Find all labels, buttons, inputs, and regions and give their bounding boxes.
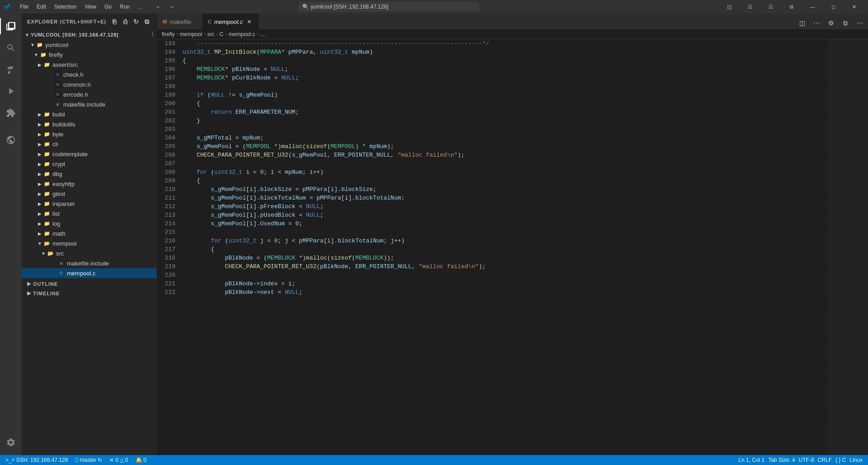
layout-icon-3[interactable]: ☷	[760, 0, 781, 14]
tree-item-easyhttp[interactable]: ▶ 📁 easyhttp	[22, 179, 157, 189]
breadcrumb-sep-4: ›	[225, 32, 227, 37]
breadcrumb-src[interactable]: src	[207, 31, 215, 37]
activity-extensions[interactable]	[0, 102, 22, 124]
tree-item-makefile-include-2[interactable]: ▶ ≡ makefile.include	[22, 258, 157, 268]
titlebar: File Edit Selection View Go Run ... ← → …	[0, 0, 868, 14]
tree-item-check-h[interactable]: ▶ C check.h	[22, 70, 157, 79]
tree-item-common-h[interactable]: ▶ C common.h	[22, 79, 157, 89]
activity-source-control[interactable]	[0, 59, 22, 80]
timeline-section[interactable]: ▶ TIMELINE	[22, 288, 157, 297]
collapse-button[interactable]: ⧉	[142, 17, 151, 26]
cli-arrow: ▶	[36, 140, 43, 148]
menu-selection[interactable]: Selection	[51, 3, 80, 11]
breadcrumb-mempool[interactable]: mempool	[180, 31, 202, 37]
activity-search[interactable]	[0, 37, 22, 59]
tab-mempool-c[interactable]: C mempool.c ✕	[202, 14, 259, 29]
menu-go[interactable]: Go	[101, 3, 115, 11]
menu-run[interactable]: Run	[116, 3, 133, 11]
split-editor-button[interactable]: ◫	[796, 17, 808, 29]
c-file-icon: C	[54, 91, 61, 98]
settings-button[interactable]: ⚙	[825, 17, 837, 29]
back-button[interactable]: ←	[153, 1, 164, 12]
outline-section[interactable]: ▶ OUTLINE	[22, 278, 157, 288]
assert-arrow: ▶	[36, 61, 43, 68]
status-line-ending[interactable]: CRLF	[816, 457, 834, 463]
list-arrow: ▶	[36, 210, 43, 217]
tree-item-firefly[interactable]: ▼ 📁 firefly	[22, 50, 157, 60]
status-position[interactable]: Ln 1, Col 1	[737, 457, 766, 463]
tab-size-label: Tab Size: 4	[768, 457, 795, 463]
navigation-buttons: ← →	[153, 1, 177, 12]
root-arrow: ▼	[23, 31, 31, 38]
tree-item-codetemplate[interactable]: ▶ 📁 codetemplate	[22, 149, 157, 159]
crypt-arrow: ▶	[36, 160, 43, 167]
status-ssh[interactable]: >_< SSH: 192.168.47.128	[4, 455, 70, 465]
breadcrumb-more[interactable]: ...	[260, 31, 265, 37]
overflow-button[interactable]: ⋯	[854, 17, 866, 29]
tree-item-makefile-include-1[interactable]: ▶ ≡ makefile.include	[22, 99, 157, 109]
forward-button[interactable]: →	[166, 1, 177, 12]
tree-item-yumlcool[interactable]: ▼ 📁 yumlcool	[22, 40, 157, 50]
breadcrumb-file[interactable]: mempool.c	[229, 31, 255, 37]
status-branch[interactable]: ⌷ master ↻	[73, 455, 104, 465]
menu-edit[interactable]: Edit	[33, 3, 50, 11]
tree-item-math[interactable]: ▶ 📁 math	[22, 228, 157, 238]
tree-item-crypt[interactable]: ▶ 📁 crypt	[22, 159, 157, 169]
tree-root[interactable]: ▼ YUMLCOOL [SSH: 192.168.47.128] !	[22, 30, 157, 40]
tree-item-log[interactable]: ▶ 📁 log	[22, 219, 157, 228]
tree-item-src[interactable]: ▼ 📂 src	[22, 248, 157, 258]
status-encoding[interactable]: UTF-8	[797, 457, 816, 463]
new-folder-button[interactable]: ⎙	[121, 17, 130, 26]
menu-file[interactable]: File	[16, 3, 32, 11]
tree-item-errcode-h[interactable]: ▶ C errcode.h	[22, 89, 157, 99]
dbg-arrow: ▶	[36, 170, 43, 177]
tree-item-build[interactable]: ▶ 📁 build	[22, 109, 157, 119]
menu-more[interactable]: ...	[134, 3, 146, 11]
status-scope[interactable]: { } C	[834, 457, 848, 463]
status-notifications[interactable]: 🔔 0	[134, 455, 149, 465]
tree-item-byte[interactable]: ▶ 📁 byte	[22, 129, 157, 139]
tree-item-dbg[interactable]: ▶ 📁 dbg	[22, 169, 157, 179]
tree-item-mempool-c[interactable]: ▶ C mempool.c	[22, 268, 157, 278]
breadcrumb: firefly › mempool › src › C › mempool.c …	[157, 29, 868, 39]
search-bar[interactable]: 🔍 yumlcool [SSH: 192.168.47.128]	[299, 2, 479, 12]
tree-item-list[interactable]: ▶ 📁 list	[22, 209, 157, 219]
menu-view[interactable]: View	[81, 3, 100, 11]
breadcrumb-firefly[interactable]: firefly	[162, 31, 175, 37]
breadcrumb-lang[interactable]: C	[220, 31, 224, 37]
activity-run-debug[interactable]	[0, 80, 22, 102]
minimize-button[interactable]: —	[802, 0, 823, 14]
activity-explorer[interactable]	[0, 15, 22, 37]
layout-icon-1[interactable]: ◫	[719, 0, 740, 14]
layout-icon-2[interactable]: ☷	[740, 0, 760, 14]
tree-item-cli[interactable]: ▶ 📁 cli	[22, 139, 157, 149]
editor-area: M makefile C mempool.c ✕ ◫ ⋯ ⚙ ⧉ ⋯ firef…	[157, 14, 868, 455]
tree-item-mempool[interactable]: ▼ 📂 mempool	[22, 238, 157, 248]
math-label: math	[52, 230, 157, 237]
tree-item-gtest[interactable]: ▶ 📁 gtest	[22, 189, 157, 199]
code-content[interactable]: ----------------------------------------…	[179, 39, 827, 455]
activity-settings[interactable]	[0, 432, 22, 453]
layout-icon-4[interactable]: ⧉	[781, 0, 802, 14]
folder-icon: 📁	[43, 230, 51, 237]
status-os[interactable]: Linux	[848, 457, 864, 463]
new-file-button[interactable]: ⎘	[110, 17, 119, 26]
encoding-label: UTF-8	[799, 457, 814, 463]
activity-remote-explorer[interactable]	[0, 129, 22, 151]
panel-layout-button[interactable]: ⧉	[839, 17, 852, 29]
build-arrow: ▶	[36, 111, 43, 118]
sidebar-header: Explorer (Ctrl+Shift+E) ⎘ ⎙ ↻ ⧉	[22, 14, 157, 30]
folder-icon: 📁	[43, 180, 51, 187]
close-button[interactable]: ✕	[844, 0, 864, 14]
close-tab-button[interactable]: ✕	[246, 18, 253, 25]
more-actions-button[interactable]: ⋯	[810, 17, 823, 29]
status-errors[interactable]: ✕ 0 △ 0	[108, 455, 130, 465]
tab-makefile[interactable]: M makefile	[157, 14, 202, 29]
refresh-button[interactable]: ↻	[131, 17, 141, 26]
restore-button[interactable]: ◻	[823, 0, 844, 14]
status-tab-size[interactable]: Tab Size: 4	[766, 457, 797, 463]
tree-item-iniparser[interactable]: ▶ 📁 iniparser	[22, 199, 157, 209]
tree-item-assert-src[interactable]: ▶ 📁 assert/src	[22, 60, 157, 70]
tree-item-buildutils[interactable]: ▶ 📁 buildutils	[22, 119, 157, 129]
error-icon: ✕	[109, 457, 114, 463]
